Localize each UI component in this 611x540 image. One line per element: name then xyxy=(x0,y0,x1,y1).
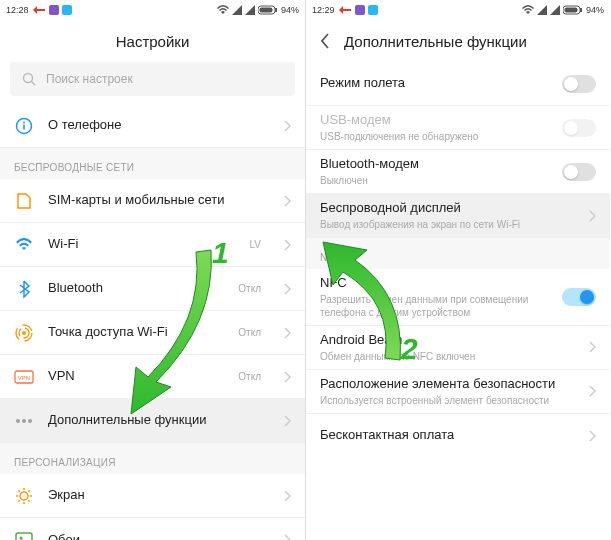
row-title: Режим полета xyxy=(320,75,548,92)
status-battery: 94% xyxy=(281,5,299,15)
signal-icon xyxy=(537,5,547,15)
more-icon xyxy=(14,418,34,424)
svg-point-14 xyxy=(22,419,26,423)
svg-point-16 xyxy=(20,492,28,500)
svg-line-21 xyxy=(18,490,19,491)
row-subtitle: Вывод изображения на экран по сети Wi-Fi xyxy=(320,218,574,231)
row-additional-functions[interactable]: Дополнительные функции xyxy=(0,399,305,443)
row-secure-element[interactable]: Расположение элемента безопасности Испол… xyxy=(306,370,610,414)
svg-rect-29 xyxy=(580,8,582,12)
row-title: Экран xyxy=(48,487,269,504)
row-subtitle: Выключен xyxy=(320,174,548,187)
brightness-icon xyxy=(14,487,34,505)
row-about-phone[interactable]: О телефоне xyxy=(0,104,305,148)
row-title: Android Beam xyxy=(320,332,574,349)
section-wireless: БЕСПРОВОДНЫЕ СЕТИ xyxy=(0,148,305,179)
row-nfc[interactable]: NFC Разрешить обмен данными при совмещен… xyxy=(306,269,610,326)
chevron-right-icon xyxy=(283,120,291,132)
svg-point-3 xyxy=(24,74,33,83)
chevron-right-icon xyxy=(283,283,291,295)
svg-line-24 xyxy=(28,490,29,491)
row-title: VPN xyxy=(48,368,224,385)
toggle-nfc[interactable] xyxy=(562,288,596,306)
row-title: Wi-Fi xyxy=(48,236,236,253)
svg-text:VPN: VPN xyxy=(18,375,30,381)
chevron-right-icon xyxy=(588,341,596,353)
chevron-right-icon xyxy=(588,385,596,397)
svg-point-6 xyxy=(23,121,25,123)
image-icon xyxy=(14,532,34,540)
chevron-right-icon xyxy=(283,415,291,427)
row-title: О телефоне xyxy=(48,117,269,134)
bluetooth-icon xyxy=(14,280,34,298)
page-title: Настройки xyxy=(0,20,305,62)
chevron-right-icon xyxy=(283,239,291,251)
row-bluetooth[interactable]: Bluetooth Откл xyxy=(0,267,305,311)
row-title: Расположение элемента безопасности xyxy=(320,376,574,393)
chevron-right-icon xyxy=(588,210,596,222)
svg-rect-28 xyxy=(564,8,577,13)
row-bt-tether[interactable]: Bluetooth-модем Выключен xyxy=(306,150,610,194)
toggle-airplane[interactable] xyxy=(562,75,596,93)
row-subtitle: Разрешить обмен данными при совмещении т… xyxy=(320,293,548,319)
svg-rect-7 xyxy=(23,124,25,129)
signal-icon xyxy=(232,5,242,15)
sim-icon xyxy=(14,192,34,210)
battery-icon xyxy=(563,5,583,15)
page-title: Дополнительные функции xyxy=(344,33,527,50)
wifi-icon xyxy=(522,5,534,15)
svg-point-8 xyxy=(22,331,26,335)
svg-line-22 xyxy=(28,500,29,501)
row-wireless-display[interactable]: Беспроводной дисплей Вывод изображения н… xyxy=(306,194,610,238)
row-title: SIM-карты и мобильные сети xyxy=(48,192,269,209)
signal-icon xyxy=(550,5,560,15)
row-title: Бесконтактная оплата xyxy=(320,427,574,444)
status-bar: 12:28 94% xyxy=(0,0,305,20)
svg-line-23 xyxy=(18,500,19,501)
row-sim[interactable]: SIM-карты и мобильные сети xyxy=(0,179,305,223)
section-personalization: ПЕРСОНАЛИЗАЦИЯ xyxy=(0,443,305,474)
row-airplane[interactable]: Режим полета xyxy=(306,62,610,106)
status-battery: 94% xyxy=(586,5,604,15)
svg-rect-1 xyxy=(259,8,272,13)
row-subtitle: Используется встроенный элемент безопасн… xyxy=(320,394,574,407)
search-input[interactable]: Поиск настроек xyxy=(10,62,295,96)
status-time: 12:29 xyxy=(312,5,335,15)
signal-icon xyxy=(245,5,255,15)
row-title: NFC xyxy=(320,275,548,292)
row-usb-tether: USB-модем USB-подключения не обнаружено xyxy=(306,106,610,150)
row-wifi[interactable]: Wi-Fi LV xyxy=(0,223,305,267)
row-title: Дополнительные функции xyxy=(48,412,269,429)
row-title: Точка доступа Wi-Fi xyxy=(48,324,224,341)
back-icon[interactable] xyxy=(320,33,330,49)
toggle-bt-tether[interactable] xyxy=(562,163,596,181)
svg-point-15 xyxy=(28,419,32,423)
svg-line-4 xyxy=(32,82,36,86)
chevron-right-icon xyxy=(283,534,291,540)
battery-icon xyxy=(258,5,278,15)
vpn-icon: VPN xyxy=(14,370,34,384)
wifi-icon xyxy=(14,238,34,252)
chevron-right-icon xyxy=(283,490,291,502)
row-title: Обои xyxy=(48,532,269,540)
row-wallpaper[interactable]: Обои xyxy=(0,518,305,540)
toggle-usb xyxy=(562,119,596,137)
row-subtitle: Обмен данными по NFC включен xyxy=(320,350,574,363)
svg-point-13 xyxy=(16,419,20,423)
chevron-right-icon xyxy=(283,195,291,207)
row-contactless-pay[interactable]: Бесконтактная оплата xyxy=(306,414,610,458)
wifi-icon xyxy=(217,5,229,15)
app-icon xyxy=(62,5,72,15)
app-icon xyxy=(368,5,378,15)
row-subtitle: USB-подключения не обнаружено xyxy=(320,130,548,143)
row-android-beam[interactable]: Android Beam Обмен данными по NFC включе… xyxy=(306,326,610,370)
row-vpn[interactable]: VPN VPN Откл xyxy=(0,355,305,399)
row-title: Беспроводной дисплей xyxy=(320,200,574,217)
row-meta: LV xyxy=(250,239,262,250)
row-display[interactable]: Экран xyxy=(0,474,305,518)
status-time: 12:28 xyxy=(6,5,29,15)
row-hotspot[interactable]: Точка доступа Wi-Fi Откл xyxy=(0,311,305,355)
chevron-right-icon xyxy=(283,371,291,383)
row-title: Bluetooth-модем xyxy=(320,156,548,173)
row-title: USB-модем xyxy=(320,112,548,129)
